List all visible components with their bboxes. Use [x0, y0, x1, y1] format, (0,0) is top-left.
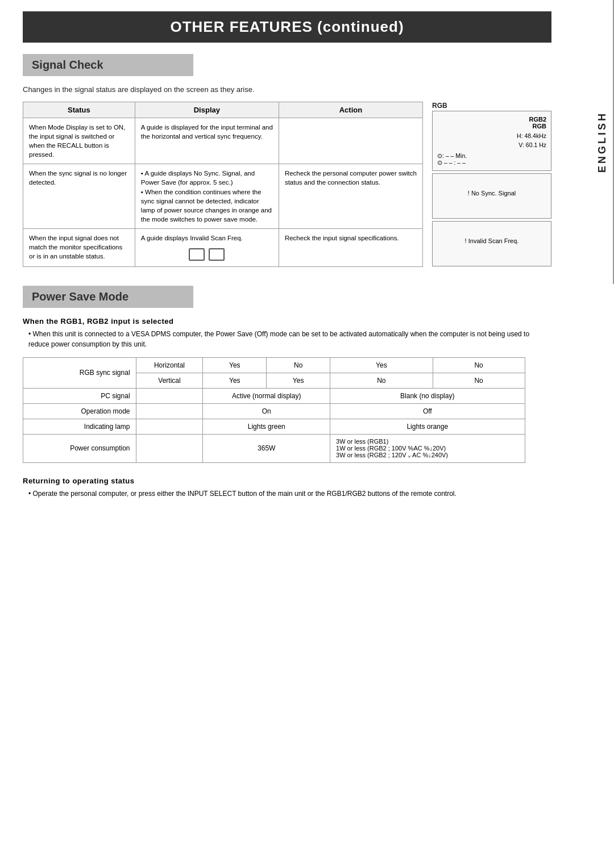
pc-signal-active: Active (normal display) [203, 388, 330, 403]
rgb-panel-1: RGB2 RGB H: 48.4kHz V: 60.1 Hz ⊙: – – Mi… [432, 111, 551, 171]
table-row: RGB sync signal Horizontal Yes No Yes No [23, 357, 525, 373]
v-yes1: Yes [203, 373, 267, 388]
h-no2: No [433, 357, 525, 373]
table-row: When the input signal does not match the… [23, 228, 423, 266]
table-row: Power consumption 365W 3W or less (RGB1)… [23, 434, 525, 462]
op-off: Off [330, 403, 525, 419]
monitor-icon-2 [209, 248, 225, 261]
horizontal-label: Horizontal [136, 357, 203, 373]
vertical-label: Vertical [136, 373, 203, 388]
power-spacer [136, 434, 203, 462]
display-cell-2: • A guide displays No Sync. Signal, and … [135, 164, 279, 229]
v-yes2: Yes [267, 373, 330, 388]
lamp-spacer [136, 419, 203, 434]
rgb-clock: ⊙: – – Min. ⊙ – – : – – [437, 152, 546, 166]
action-cell-2: Recheck the personal computer power swit… [279, 164, 422, 229]
col-header-action: Action [279, 102, 422, 118]
operation-mode-label: Operation mode [23, 403, 136, 419]
invalid-scan-message: ! Invalid Scan Freq. [437, 226, 546, 244]
indicating-lamp-label: Indicating lamp [23, 419, 136, 434]
signal-check-area: Status Display Action When Mode Display … [23, 102, 551, 269]
pc-signal-spacer [136, 388, 203, 403]
power-save-header: Power Save Mode [23, 286, 193, 308]
rgb-info: H: 48.4kHz V: 60.1 Hz [437, 132, 546, 150]
returning-text: • Operate the personal computer, or pres… [23, 489, 551, 499]
rgb-input-text: • When this unit is connected to a VESA … [23, 329, 551, 349]
no-sync-message: ! No Sync. Signal [437, 178, 546, 197]
status-cell-2: When the sync signal is no longer detect… [23, 164, 135, 229]
table-row: PC signal Active (normal display) Blank … [23, 388, 525, 403]
signal-check-intro: Changes in the signal status are display… [23, 85, 551, 94]
lamp-green: Lights green [203, 419, 330, 434]
rgb-sync-label: RGB sync signal [23, 357, 136, 388]
v-no2: No [433, 373, 525, 388]
returning-title: Returning to operating status [23, 477, 551, 485]
v-no1: No [330, 373, 433, 388]
action-cell-1 [279, 118, 422, 164]
action-cell-3: Recheck the input signal specifications. [279, 228, 422, 266]
signal-table: Status Display Action When Mode Display … [23, 102, 423, 267]
pc-signal-blank: Blank (no display) [330, 388, 525, 403]
table-row: Operation mode On Off [23, 403, 525, 419]
op-spacer [136, 403, 203, 419]
english-sidebar-label: ENGLISH [591, 0, 614, 284]
power-low: 3W or less (RGB1) 1W or less (RGB2 ; 100… [330, 434, 525, 462]
signal-check-header: Signal Check [23, 54, 193, 76]
rgb-panels: RGB RGB2 RGB H: 48.4kHz V: 60.1 Hz ⊙: – [432, 102, 551, 269]
signal-table-wrap: Status Display Action When Mode Display … [23, 102, 423, 269]
table-row: Indicating lamp Lights green Lights oran… [23, 419, 525, 434]
pc-signal-label: PC signal [23, 388, 136, 403]
returning-section: Returning to operating status • Operate … [23, 477, 551, 499]
rgb-panel-2: ! No Sync. Signal [432, 173, 551, 219]
table-row: When Mode Display is set to ON, the inpu… [23, 118, 423, 164]
signal-check-section: Signal Check Changes in the signal statu… [23, 54, 551, 269]
display-cell-3: A guide displays Invalid Scan Freq. [135, 228, 279, 266]
col-header-status: Status [23, 102, 135, 118]
table-row: When the sync signal is no longer detect… [23, 164, 423, 229]
h-yes2: Yes [330, 357, 433, 373]
op-on: On [203, 403, 330, 419]
monitor-icon-1 [189, 248, 205, 261]
power-consumption-label: Power consumption [23, 434, 136, 462]
rgb-label: RGB [432, 102, 551, 110]
status-cell-3: When the input signal does not match the… [23, 228, 135, 266]
power-save-section: Power Save Mode When the RGB1, RGB2 inpu… [23, 286, 551, 499]
rgb-panel-3: ! Invalid Scan Freq. [432, 221, 551, 266]
page-main-title: OTHER FEATURES (continued) [23, 11, 551, 43]
h-yes1: Yes [203, 357, 267, 373]
rgb-input-subtitle: When the RGB1, RGB2 input is selected [23, 317, 551, 326]
display-cell-1: A guide is displayed for the input termi… [135, 118, 279, 164]
status-cell-1: When Mode Display is set to ON, the inpu… [23, 118, 135, 164]
rgb-panel-1-title: RGB2 RGB [437, 116, 546, 130]
h-no1: No [267, 357, 330, 373]
col-header-display: Display [135, 102, 279, 118]
lamp-orange: Lights orange [330, 419, 525, 434]
power-save-table: RGB sync signal Horizontal Yes No Yes No… [23, 357, 525, 463]
power-365w: 365W [203, 434, 330, 462]
